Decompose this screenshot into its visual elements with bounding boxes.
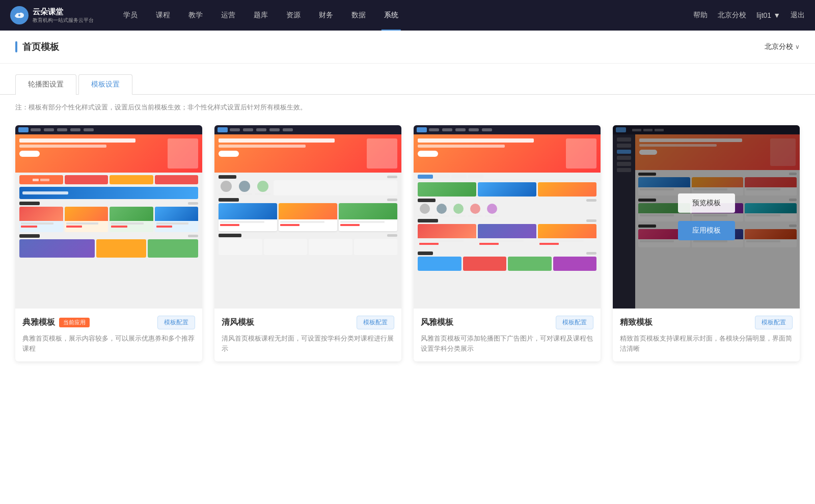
user-dropdown[interactable]: lijt01 ▼ <box>756 11 780 19</box>
template-name-wrap-4: 精致模板 <box>620 317 653 328</box>
template-mockup-3 <box>414 125 601 309</box>
logo[interactable]: 云朵课堂 教育机构一站式服务云平台 <box>10 6 94 24</box>
template-info-1: 典雅模板 当前应用 模板配置 典雅首页模板，展示内容较多，可以展示优惠券和多个推… <box>15 309 202 361</box>
template-card-2: 清风模板 模板配置 清风首页模板课程无封面，可设置按学科分类对课程进行展示 <box>214 125 401 361</box>
template-info-4: 精致模板 模板配置 精致首页模板支持课程展示封面，各模块分隔明显，界面简洁清晰 <box>613 309 800 361</box>
template-info-3: 风雅模板 模板配置 风雅首页模板可添加轮播图下广告图片，可对课程及课程包设置学科… <box>414 309 601 361</box>
config-btn-1[interactable]: 模板配置 <box>157 316 195 329</box>
note-bar: 注：模板有部分个性化样式设置，设置后仅当前模板生效；非个性化样式设置后针对所有模… <box>0 95 815 120</box>
templates-grid: 典雅模板 当前应用 模板配置 典雅首页模板，展示内容较多，可以展示优惠券和多个推… <box>0 120 815 382</box>
overlay-preview-btn[interactable]: 预览模板 <box>678 193 735 213</box>
template-overlay-4: 预览模板 应用模板 <box>613 125 800 309</box>
template-name-row-3: 风雅模板 模板配置 <box>421 316 593 329</box>
template-name-4: 精致模板 <box>620 317 653 328</box>
template-desc-4: 精致首页模板支持课程展示封面，各模块分隔明显，界面简洁清晰 <box>620 333 793 353</box>
template-mockup-2 <box>214 125 401 309</box>
svg-point-0 <box>18 14 20 16</box>
template-name-3: 风雅模板 <box>421 317 453 328</box>
username: lijt01 <box>756 11 771 19</box>
template-name-1: 典雅模板 <box>22 317 55 328</box>
note-text: 注：模板有部分个性化样式设置，设置后仅当前模板生效；非个性化样式设置后针对所有模… <box>15 103 307 111</box>
page-title-bar <box>15 41 17 52</box>
nav-item-courses[interactable]: 课程 <box>147 0 179 31</box>
template-name-wrap-1: 典雅模板 当前应用 <box>22 317 90 328</box>
mock-nav-2 <box>214 125 401 134</box>
mock-nav <box>15 125 202 134</box>
template-name-wrap-3: 风雅模板 <box>421 317 453 328</box>
logo-icon <box>10 6 29 24</box>
nav-menu: 学员 课程 教学 运营 题库 资源 财务 数据 系统 <box>114 0 693 31</box>
navbar: 云朵课堂 教育机构一站式服务云平台 学员 课程 教学 运营 题库 资源 财务 数… <box>0 0 815 31</box>
mock-nav-3 <box>414 125 601 134</box>
nav-item-data[interactable]: 数据 <box>342 0 375 31</box>
template-preview-1 <box>15 125 202 309</box>
logo-text: 云朵课堂 教育机构一站式服务云平台 <box>33 7 94 24</box>
config-btn-3[interactable]: 模板配置 <box>556 316 593 329</box>
template-preview-3 <box>414 125 601 309</box>
nav-item-resources[interactable]: 资源 <box>277 0 310 31</box>
page-container: 首页模板 北京分校 ∨ 轮播图设置 模板设置 注：模板有部分个性化样式设置，设置… <box>0 31 815 504</box>
nav-item-finance[interactable]: 财务 <box>310 0 342 31</box>
config-btn-2[interactable]: 模板配置 <box>357 316 394 329</box>
template-name-2: 清风模板 <box>222 317 254 328</box>
page-header: 首页模板 北京分校 ∨ <box>0 31 815 64</box>
template-card-4: 预览模板 应用模板 <box>613 125 800 361</box>
help-link[interactable]: 帮助 <box>693 11 708 20</box>
nav-item-operations[interactable]: 运营 <box>212 0 244 31</box>
template-preview-4: 预览模板 应用模板 <box>613 125 800 309</box>
template-mockup-1 <box>15 125 202 309</box>
template-desc-3: 风雅首页模板可添加轮播图下广告图片，可对课程及课程包设置学科分类展示 <box>421 333 593 353</box>
template-name-wrap-2: 清风模板 <box>222 317 254 328</box>
template-desc-1: 典雅首页模板，展示内容较多，可以展示优惠券和多个推荐课程 <box>22 333 195 353</box>
template-card-1: 典雅模板 当前应用 模板配置 典雅首页模板，展示内容较多，可以展示优惠券和多个推… <box>15 125 202 361</box>
badge-active-1: 当前应用 <box>59 318 90 327</box>
template-info-2: 清风模板 模板配置 清风首页模板课程无封面，可设置按学科分类对课程进行展示 <box>214 309 401 361</box>
logout-link[interactable]: 退出 <box>791 11 805 20</box>
nav-item-teaching[interactable]: 教学 <box>179 0 212 31</box>
branch-name: 北京分校 <box>765 42 793 51</box>
branch-link[interactable]: 北京分校 <box>718 11 746 20</box>
template-desc-2: 清风首页模板课程无封面，可设置按学科分类对课程进行展示 <box>222 333 394 353</box>
page-title-wrap: 首页模板 <box>15 41 59 53</box>
template-name-row-2: 清风模板 模板配置 <box>222 316 394 329</box>
tab-carousel[interactable]: 轮播图设置 <box>15 74 76 95</box>
navbar-right: 帮助 北京分校 lijt01 ▼ 退出 <box>693 11 805 20</box>
page-title: 首页模板 <box>22 41 59 53</box>
branch-selector[interactable]: 北京分校 ∨ <box>765 42 800 51</box>
nav-item-system[interactable]: 系统 <box>375 0 408 31</box>
nav-item-questions[interactable]: 题库 <box>244 0 277 31</box>
tabs-container: 轮播图设置 模板设置 <box>0 64 815 95</box>
template-name-row-1: 典雅模板 当前应用 模板配置 <box>22 316 195 329</box>
tabs: 轮播图设置 模板设置 <box>15 74 800 94</box>
template-name-row-4: 精致模板 模板配置 <box>620 316 793 329</box>
overlay-apply-btn[interactable]: 应用模板 <box>678 221 735 240</box>
config-btn-4[interactable]: 模板配置 <box>755 316 793 329</box>
chevron-down-icon: ∨ <box>795 43 800 50</box>
template-card-3: 风雅模板 模板配置 风雅首页模板可添加轮播图下广告图片，可对课程及课程包设置学科… <box>414 125 601 361</box>
nav-item-students[interactable]: 学员 <box>114 0 147 31</box>
tab-template[interactable]: 模板设置 <box>78 74 132 95</box>
dropdown-arrow: ▼ <box>773 11 780 19</box>
template-preview-2 <box>214 125 401 309</box>
